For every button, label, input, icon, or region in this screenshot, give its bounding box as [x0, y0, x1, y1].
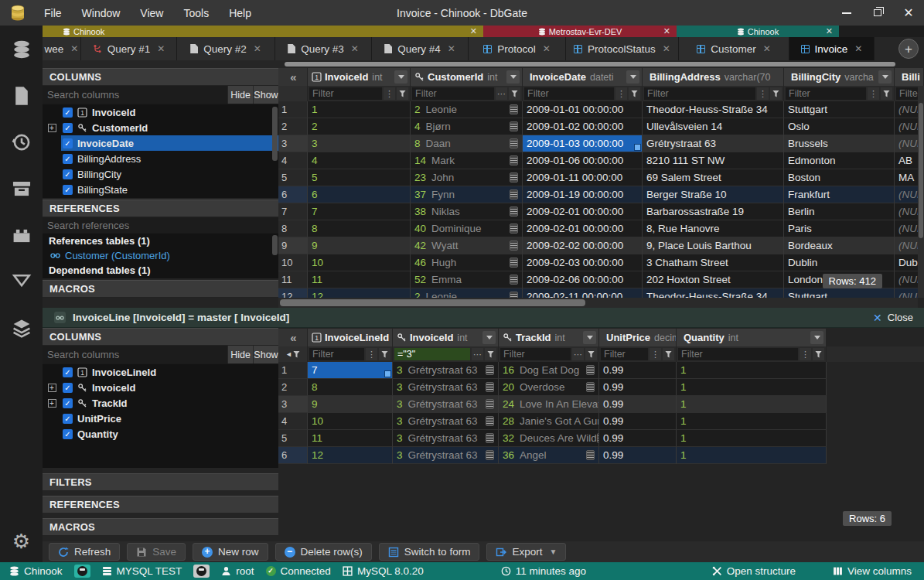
tab-close-icon[interactable]: ✕: [351, 43, 359, 54]
column-header-invoiceid[interactable]: InvoiceIdint: [393, 329, 499, 346]
filter-input-invoiceid[interactable]: [394, 348, 470, 360]
hide-button[interactable]: Hide: [227, 346, 253, 363]
minimize-button[interactable]: [831, 0, 862, 26]
column-header-quantity[interactable]: Quantityint: [677, 329, 827, 346]
filter-funnel-icon[interactable]: [379, 348, 390, 360]
column-header-invoiceid[interactable]: 1InvoiceIdint: [308, 68, 411, 86]
detail-icon[interactable]: [486, 433, 494, 443]
tab-wee[interactable]: wee✕: [43, 37, 81, 60]
open-structure-button[interactable]: Open structure: [712, 565, 796, 577]
filter-input-invoiceid[interactable]: [309, 87, 382, 100]
detail-icon[interactable]: [486, 382, 494, 392]
filter-menu-icon[interactable]: ⋮: [615, 87, 627, 100]
columns-panel-header[interactable]: COLUMNS: [43, 68, 278, 86]
filter-funnel-icon[interactable]: [629, 87, 640, 100]
detail-icon[interactable]: [510, 155, 518, 165]
delete-rows-button[interactable]: −Delete row(s): [275, 543, 372, 561]
search-columns-input[interactable]: [43, 346, 227, 363]
tab-close-icon[interactable]: ✕: [663, 43, 670, 54]
column-menu-chevron[interactable]: [583, 331, 596, 344]
scrollbar-thumb[interactable]: [919, 103, 923, 238]
detail-icon[interactable]: [486, 399, 494, 409]
column-header-billingstate[interactable]: Billi: [895, 68, 924, 86]
filter-dots-icon[interactable]: ⋯: [572, 348, 584, 360]
column-header-billingaddress[interactable]: BillingAddressvarchar(70: [643, 68, 784, 86]
show-button[interactable]: Show: [253, 346, 278, 363]
detail-icon[interactable]: [510, 223, 518, 234]
references-panel-header[interactable]: REFERENCES: [43, 496, 278, 513]
filter-input-quantity[interactable]: [678, 348, 798, 360]
menu-tools[interactable]: Tools: [183, 7, 209, 19]
tab-customer[interactable]: Customer✕: [679, 37, 789, 60]
checkbox-checked[interactable]: ✓: [63, 185, 73, 195]
detail-icon[interactable]: [510, 121, 518, 131]
filter-dots-icon[interactable]: ⋯: [496, 87, 507, 100]
tab-close-icon[interactable]: ✕: [254, 43, 261, 54]
tab-close-icon[interactable]: ✕: [763, 43, 771, 54]
checkbox-checked[interactable]: ✓: [63, 138, 73, 148]
tab-query-4[interactable]: Query #4✕: [372, 37, 469, 60]
checkbox-checked[interactable]: ✓: [63, 429, 73, 439]
layers-icon[interactable]: [0, 305, 43, 350]
column-item-billingstate[interactable]: ✓BillingState: [43, 182, 278, 197]
vertical-scrollbar[interactable]: [918, 86, 924, 298]
filter-input-customerid[interactable]: [412, 87, 494, 100]
detail-icon[interactable]: [510, 241, 518, 251]
column-menu-chevron[interactable]: [878, 70, 892, 84]
checkbox-checked[interactable]: ✓: [63, 154, 73, 164]
settings-gear-icon[interactable]: ⚙: [12, 531, 30, 551]
horizontal-scrollbar[interactable]: [278, 298, 918, 308]
filter-funnel-icon[interactable]: [770, 87, 782, 100]
clear-filter-button[interactable]: ◄: [278, 346, 308, 362]
new-tab-button[interactable]: +: [898, 39, 919, 59]
detail-icon[interactable]: [486, 365, 494, 375]
reference-link-customer[interactable]: Customer (CustomerId): [43, 248, 278, 263]
column-item-trackid[interactable]: +✓TrackId: [43, 395, 278, 411]
filter-menu-icon[interactable]: ⋮: [868, 87, 879, 100]
filter-funnel-icon[interactable]: [813, 348, 824, 360]
macros-panel-header[interactable]: MACROS: [43, 280, 278, 298]
tab-close-icon[interactable]: ✕: [157, 43, 165, 54]
filter-menu-icon[interactable]: ⋮: [800, 348, 811, 360]
checkbox-checked[interactable]: ✓: [63, 123, 73, 133]
database-icon[interactable]: [0, 27, 43, 72]
tab-query-3[interactable]: Query #3✕: [275, 37, 372, 60]
tab-protocolstatus[interactable]: ProtocolStatus✕: [566, 37, 679, 60]
tab-group-metrostav[interactable]: Metrostav-Evr-DEV ✕: [483, 26, 677, 37]
tab-query-1[interactable]: Query #1✕: [81, 37, 177, 60]
tab-scrollbar[interactable]: [43, 60, 924, 68]
column-item-invoiceid[interactable]: ✓1InvoiceId: [43, 104, 278, 120]
column-item-quantity[interactable]: ✓Quantity: [43, 426, 278, 442]
detail-icon[interactable]: [510, 292, 518, 298]
archive-icon[interactable]: [0, 166, 43, 211]
filter-funnel-icon[interactable]: [485, 348, 496, 360]
column-item-billingaddress[interactable]: ✓BillingAddress: [43, 151, 278, 166]
column-header-unitprice[interactable]: UnitPricedecim: [599, 329, 677, 346]
tab-invoice[interactable]: Invoice✕: [789, 37, 875, 60]
filter-input-billingcity[interactable]: [786, 87, 866, 100]
view-columns-button[interactable]: View columns: [833, 565, 912, 577]
collapse-columns-button[interactable]: «: [278, 329, 308, 346]
filter-funnel-icon[interactable]: [663, 348, 674, 360]
scrollbar-thumb[interactable]: [280, 299, 585, 306]
filter-input-unitprice[interactable]: [601, 348, 648, 360]
tab-close-icon[interactable]: ✕: [448, 43, 455, 54]
tab-close-icon[interactable]: ✕: [854, 43, 862, 54]
selected-cell[interactable]: 2009-01-03 00:00:00: [523, 135, 643, 152]
show-button[interactable]: Show: [253, 86, 278, 104]
tab-close-icon[interactable]: ✕: [70, 43, 78, 54]
plugin-icon[interactable]: [0, 213, 43, 258]
detail-icon[interactable]: [510, 189, 518, 200]
detail-icon[interactable]: [510, 172, 518, 183]
filter-menu-icon[interactable]: ⋮: [384, 87, 395, 100]
checkbox-checked[interactable]: ✓: [63, 414, 73, 424]
checkbox-checked[interactable]: ✓: [63, 398, 73, 408]
column-menu-chevron[interactable]: [626, 70, 639, 84]
close-button[interactable]: ✕: [893, 0, 924, 26]
status-server[interactable]: MYSQL TEST: [102, 565, 182, 577]
detail-icon[interactable]: [510, 104, 518, 114]
checkbox-checked[interactable]: ✓: [63, 383, 73, 393]
macros-panel-header[interactable]: MACROS: [43, 518, 278, 536]
filter-menu-icon[interactable]: ⋮: [366, 348, 377, 360]
expand-icon[interactable]: +: [48, 124, 56, 132]
